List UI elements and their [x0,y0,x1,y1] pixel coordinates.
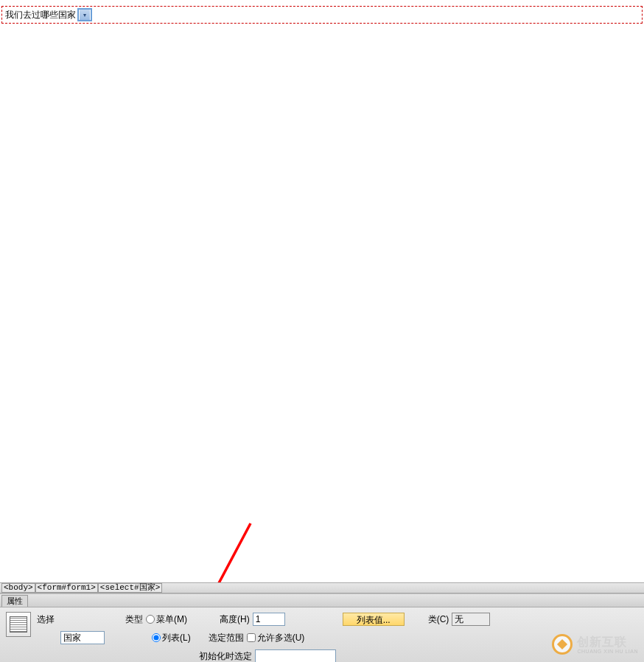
watermark: 创新互联 CHUANG XIN HU LIAN [552,634,638,655]
select-label: 选择 [37,613,60,626]
form-label-text: 我们去过哪些国家 [5,9,76,21]
properties-fields: 选择 类型 菜单(M) 高度(H) 列表值... 类(C) 无 [37,612,638,645]
class-select[interactable]: 无 [452,613,490,626]
tag-crumb-select[interactable]: <select#国家> [98,583,162,593]
properties-body: 选择 类型 菜单(M) 高度(H) 列表值... 类(C) 无 [0,607,644,649]
height-label: 高度(H) [220,613,250,626]
list-values-button[interactable]: 列表值... [343,613,405,626]
allow-multi-checkbox-input[interactable] [247,633,256,642]
form-outline[interactable]: 我们去过哪些国家 ▾ [1,6,643,24]
type-list-radio-input[interactable] [152,633,161,642]
watermark-sub: CHUANG XIN HU LIAN [577,649,638,654]
type-label: 类型 [125,613,143,626]
init-selection-label: 初始化时选定 [199,650,252,663]
element-name-input[interactable] [60,631,105,644]
properties-row-3: 初始化时选定 [199,649,336,662]
properties-panel: 属性 选择 类型 菜单(M) 高度(H) 列表值... [0,593,644,662]
properties-tab[interactable]: 属性 [1,595,28,607]
properties-tab-bar: 属性 [0,594,644,607]
type-menu-radio-input[interactable] [146,615,155,624]
class-select-value: 无 [455,613,463,626]
type-menu-radio[interactable]: 菜单(M) [146,613,187,626]
init-selection-input[interactable] [255,649,336,662]
range-label: 选定范围 [209,632,244,644]
watermark-text: 创新互联 CHUANG XIN HU LIAN [577,635,638,654]
type-list-radio[interactable]: 列表(L) [152,632,191,644]
height-input[interactable] [253,613,285,626]
allow-multi-checkbox[interactable]: 允许多选(U) [247,632,305,644]
allow-multi-checkbox-label: 允许多选(U) [257,632,305,644]
tag-selector-bar: <body> <form#form1> <select#国家> [0,582,644,593]
select-element-icon [6,612,31,637]
list-icon [10,616,27,633]
type-menu-radio-label: 菜单(M) [156,613,187,626]
properties-row-1: 选择 类型 菜单(M) 高度(H) 列表值... 类(C) 无 [37,612,638,627]
country-select-element[interactable]: ▾ [77,8,92,21]
tag-crumb-form[interactable]: <form#form1> [35,583,98,593]
class-label: 类(C) [428,613,449,626]
type-list-radio-label: 列表(L) [162,632,191,644]
properties-row-2: 列表(L) 选定范围 允许多选(U) [37,630,638,645]
design-canvas: 我们去过哪些国家 ▾ [0,0,644,582]
tag-crumb-body[interactable]: <body> [1,583,35,593]
chevron-down-icon: ▾ [80,10,90,20]
watermark-logo-icon [552,634,573,655]
watermark-main: 创新互联 [577,635,638,650]
